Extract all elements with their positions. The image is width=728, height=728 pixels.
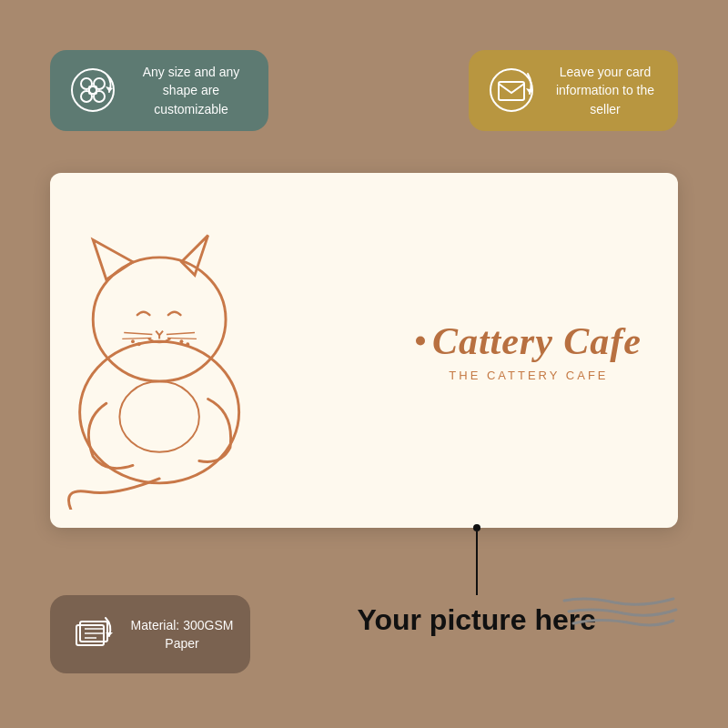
seller-badge-text: Leave your card information to the selle… xyxy=(549,63,662,118)
svg-point-19 xyxy=(180,339,184,343)
svg-rect-8 xyxy=(499,82,524,100)
business-card: Cattery Cafe THE CATTERY CAFE xyxy=(50,173,678,528)
customize-badge-text: Any size and any shape are customizable xyxy=(130,63,252,118)
svg-point-18 xyxy=(137,342,141,346)
material-icon xyxy=(66,608,119,661)
cat-illustration xyxy=(50,191,287,510)
card-sub-name: THE CATTERY CAFE xyxy=(416,369,642,382)
svg-marker-6 xyxy=(106,86,113,92)
svg-line-12 xyxy=(124,333,152,335)
brand-dot xyxy=(416,337,425,346)
card-script-name: Cattery Cafe xyxy=(416,319,642,363)
svg-line-14 xyxy=(167,333,195,335)
svg-line-15 xyxy=(167,338,197,339)
annotation-line xyxy=(476,531,478,595)
material-badge-text: Material: 300GSM Paper xyxy=(130,616,234,653)
seller-icon xyxy=(485,64,538,116)
svg-point-3 xyxy=(81,91,92,102)
customize-icon xyxy=(66,64,119,116)
svg-point-17 xyxy=(131,339,135,343)
svg-point-4 xyxy=(94,91,105,102)
svg-point-7 xyxy=(490,69,532,111)
seller-badge: Leave your card information to the selle… xyxy=(469,50,678,131)
svg-point-2 xyxy=(94,78,105,89)
svg-point-20 xyxy=(186,342,189,346)
material-badge: Material: 300GSM Paper xyxy=(50,595,250,673)
svg-point-16 xyxy=(119,381,199,452)
annotation-dot xyxy=(473,524,480,531)
svg-point-1 xyxy=(81,78,92,89)
card-text: Cattery Cafe THE CATTERY CAFE xyxy=(416,319,642,382)
customize-badge: Any size and any shape are customizable xyxy=(50,50,268,131)
svg-line-13 xyxy=(122,338,151,339)
scribble-decoration xyxy=(560,592,678,628)
